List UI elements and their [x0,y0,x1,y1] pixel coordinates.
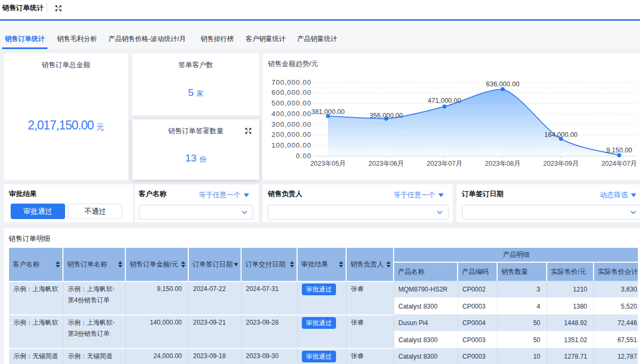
svg-text:100,000.00: 100,000.00 [271,141,311,149]
svg-text:300,000.00: 300,000.00 [271,120,311,128]
svg-text:2023年06月: 2023年06月 [369,160,404,167]
svg-text:356,000.00: 356,000.00 [370,112,403,119]
svg-text:200,000.00: 200,000.00 [271,131,311,139]
svg-text:600,000.00: 600,000.00 [271,88,311,96]
svg-text:164,000.00: 164,000.00 [545,131,578,139]
svg-text:2023年09月: 2023年09月 [543,160,579,167]
svg-text:9,150.00: 9,150.00 [606,147,633,154]
svg-text:381,000.00: 381,000.00 [311,108,345,116]
svg-text:2023年08月: 2023年08月 [485,160,521,167]
svg-text:500,000.00: 500,000.00 [271,99,311,107]
svg-text:2023年05月: 2023年05月 [310,160,346,167]
svg-text:400,000.00: 400,000.00 [271,110,311,118]
svg-text:2023年07月: 2023年07月 [427,160,462,167]
svg-text:0.00: 0.00 [296,152,311,160]
svg-text:2024年07月: 2024年07月 [602,160,637,167]
svg-text:636,000.00: 636,000.00 [486,80,519,88]
svg-text:700,000.00: 700,000.00 [271,78,311,86]
svg-text:471,000.00: 471,000.00 [428,97,461,104]
